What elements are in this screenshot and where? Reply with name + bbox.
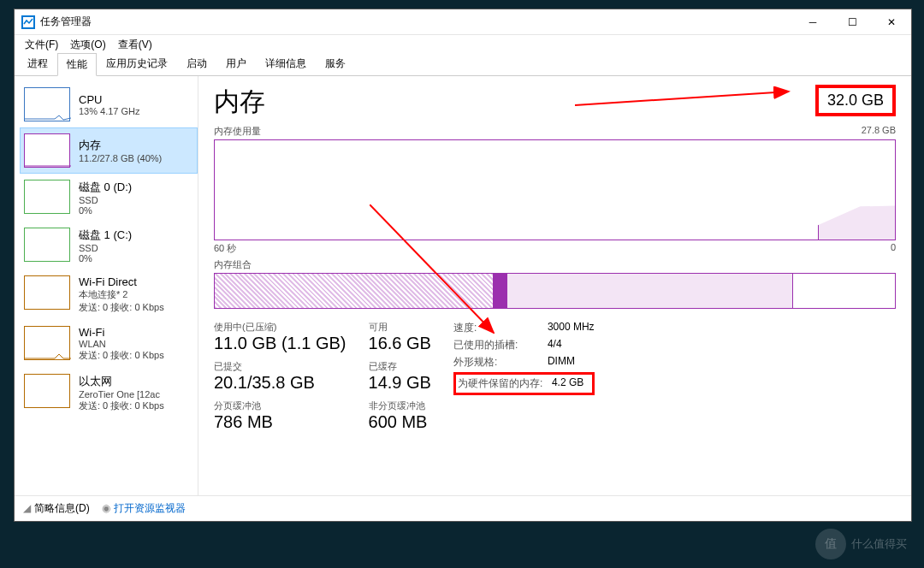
tab-users[interactable]: 用户 xyxy=(216,52,256,75)
menubar: 文件(F) 选项(O) 查看(V) xyxy=(15,35,911,54)
tab-processes[interactable]: 进程 xyxy=(18,52,57,75)
fewer-details-link[interactable]: ◢简略信息(D) xyxy=(23,501,90,516)
watermark-badge: 值 xyxy=(815,529,846,559)
tab-services[interactable]: 服务 xyxy=(316,52,355,75)
sidebar-memory-title: 内存 xyxy=(79,138,162,153)
page-title: 内存 xyxy=(214,85,265,120)
stat-committed: 20.1/35.8 GB xyxy=(214,373,346,393)
comp-free xyxy=(793,274,895,308)
cpu-thumb-icon xyxy=(24,87,70,121)
sidebar-item-disk1[interactable]: 磁盘 1 (C:)SSD0% xyxy=(20,222,198,269)
memory-composition-chart[interactable] xyxy=(214,273,896,309)
tab-details[interactable]: 详细信息 xyxy=(256,52,316,75)
watermark: 值 什么值得买 xyxy=(815,529,907,559)
tab-strip: 进程 性能 应用历史记录 启动 用户 详细信息 服务 xyxy=(15,54,911,76)
wifi-thumb-icon xyxy=(24,326,70,360)
performance-sidebar[interactable]: CPU13% 4.17 GHz 内存11.2/27.8 GB (40%) 磁盘 … xyxy=(15,76,198,495)
spec-hardware-reserved-row: 为硬件保留的内存:4.2 GB xyxy=(453,372,595,395)
stat-available: 16.6 GB xyxy=(369,334,431,353)
sidebar-item-ethernet[interactable]: 以太网ZeroTier One [12ac发送: 0 接收: 0 Kbps xyxy=(20,368,198,418)
task-manager-window: 任务管理器 ─ ☐ ✕ 文件(F) 选项(O) 查看(V) 进程 性能 应用历史… xyxy=(14,9,912,522)
minimize-button[interactable]: ─ xyxy=(793,9,832,35)
collapse-icon: ◢ xyxy=(23,502,31,514)
comp-in-use xyxy=(215,274,494,308)
close-button[interactable]: ✕ xyxy=(872,9,911,35)
spec-form: DIMM xyxy=(548,355,575,370)
stat-paged: 786 MB xyxy=(214,412,346,432)
maximize-button[interactable]: ☐ xyxy=(832,9,872,35)
ethernet-thumb-icon xyxy=(24,374,70,408)
tab-performance[interactable]: 性能 xyxy=(57,53,97,76)
total-memory-value: 32.0 GB xyxy=(815,85,896,116)
sidebar-item-wifi-direct[interactable]: Wi-Fi Direct本地连接* 2发送: 0 接收: 0 Kbps xyxy=(20,269,198,320)
stat-cached: 14.9 GB xyxy=(369,373,431,393)
tab-startup[interactable]: 启动 xyxy=(177,52,216,75)
sidebar-item-disk0[interactable]: 磁盘 0 (D:)SSD0% xyxy=(20,174,198,222)
disk-thumb-icon xyxy=(24,180,70,214)
usage-chart-fill xyxy=(818,204,895,240)
memory-thumb-icon xyxy=(24,133,70,168)
window-title: 任务管理器 xyxy=(40,15,793,29)
footer-bar: ◢简略信息(D) ◉打开资源监视器 xyxy=(15,495,911,521)
memory-usage-chart[interactable] xyxy=(214,139,896,240)
sidebar-cpu-title: CPU xyxy=(79,93,140,106)
sidebar-item-wifi[interactable]: Wi-FiWLAN发送: 0 接收: 0 Kbps xyxy=(20,320,198,368)
memory-detail-pane: 内存 32.0 GB 内存使用量27.8 GB 60 秒0 内存组合 使用中(已… xyxy=(198,76,911,495)
comp-standby xyxy=(507,274,793,308)
wifi-thumb-icon xyxy=(24,275,70,310)
sidebar-item-cpu[interactable]: CPU13% 4.17 GHz xyxy=(20,81,198,127)
menu-file[interactable]: 文件(F) xyxy=(20,36,63,54)
usage-chart-label: 内存使用量 xyxy=(214,125,261,138)
stat-in-use: 11.0 GB (1.1 GB) xyxy=(214,334,346,353)
disk-thumb-icon xyxy=(24,228,70,262)
titlebar[interactable]: 任务管理器 ─ ☐ ✕ xyxy=(15,9,911,35)
memory-spec-table: 速度:3000 MHz 已使用的插槽:4/4 外形规格:DIMM 为硬件保留的内… xyxy=(453,321,595,432)
stat-nonpaged: 600 MB xyxy=(369,412,431,432)
comp-modified xyxy=(494,274,507,308)
open-resource-monitor-link[interactable]: ◉打开资源监视器 xyxy=(102,501,186,516)
sidebar-item-memory[interactable]: 内存11.2/27.8 GB (40%) xyxy=(20,127,198,174)
spec-speed: 3000 MHz xyxy=(548,321,595,335)
composition-label: 内存组合 xyxy=(214,258,252,271)
spec-reserved: 4.2 GB xyxy=(552,376,583,391)
menu-options[interactable]: 选项(O) xyxy=(65,36,110,54)
app-icon xyxy=(21,15,35,29)
menu-view[interactable]: 查看(V) xyxy=(113,36,157,54)
resmon-icon: ◉ xyxy=(102,502,110,514)
tab-app-history[interactable]: 应用历史记录 xyxy=(97,52,177,75)
spec-slots: 4/4 xyxy=(548,338,562,352)
